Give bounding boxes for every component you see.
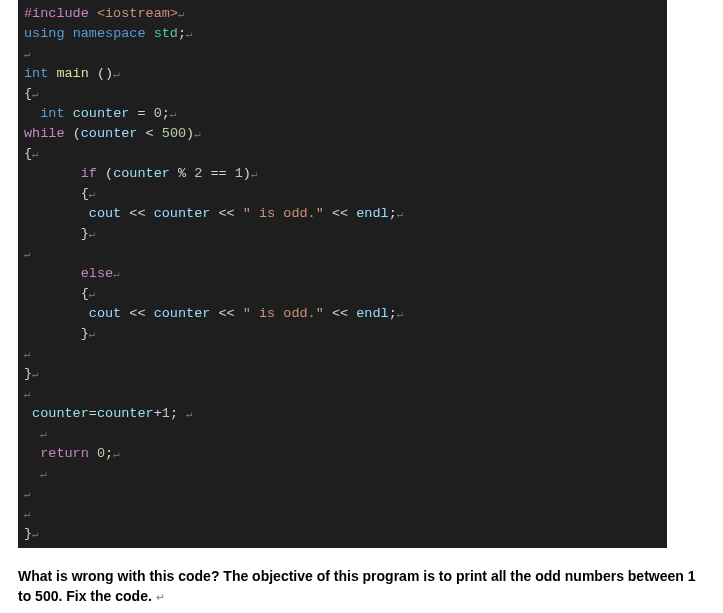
code-line: counter=counter+1; ↵ bbox=[24, 404, 661, 424]
code-token bbox=[65, 26, 73, 41]
code-token: << bbox=[218, 206, 234, 221]
code-token bbox=[154, 126, 162, 141]
code-token bbox=[24, 326, 81, 341]
code-token: counter bbox=[32, 406, 89, 421]
code-token: } bbox=[81, 226, 89, 241]
code-token: } bbox=[24, 366, 32, 381]
code-token: std bbox=[154, 26, 178, 41]
code-token: ; bbox=[105, 446, 113, 461]
code-token: 500 bbox=[162, 126, 186, 141]
code-token bbox=[24, 266, 81, 281]
code-line: }↵ bbox=[24, 224, 661, 244]
code-token: ↵ bbox=[89, 328, 96, 340]
code-line: {↵ bbox=[24, 184, 661, 204]
code-token bbox=[235, 306, 243, 321]
code-token bbox=[348, 306, 356, 321]
code-token: " is odd." bbox=[243, 306, 324, 321]
code-token: () bbox=[97, 66, 113, 81]
code-token: ; bbox=[170, 406, 186, 421]
code-line: }↵ bbox=[24, 524, 661, 544]
code-line: return 0;↵ bbox=[24, 444, 661, 464]
code-token: << bbox=[218, 306, 234, 321]
question-text: What is wrong with this code? The object… bbox=[18, 568, 696, 604]
code-token: ; bbox=[389, 206, 397, 221]
code-token: { bbox=[81, 186, 89, 201]
code-token: + bbox=[154, 406, 162, 421]
code-token: ↵ bbox=[24, 488, 31, 500]
code-token: #include bbox=[24, 6, 89, 21]
code-line: }↵ bbox=[24, 324, 661, 344]
code-token: 0 bbox=[154, 106, 162, 121]
code-token: { bbox=[81, 286, 89, 301]
code-line: cout << counter << " is odd." << endl;↵ bbox=[24, 304, 661, 324]
code-token bbox=[24, 426, 40, 441]
code-token: ) bbox=[186, 126, 194, 141]
code-token: counter bbox=[154, 206, 211, 221]
code-line: {↵ bbox=[24, 84, 661, 104]
code-line: ↵ bbox=[24, 244, 661, 264]
code-line: ↵ bbox=[24, 464, 661, 484]
code-token bbox=[170, 166, 178, 181]
code-line: {↵ bbox=[24, 144, 661, 164]
code-token bbox=[146, 26, 154, 41]
code-token: ↵ bbox=[24, 508, 31, 520]
code-token bbox=[186, 166, 194, 181]
code-token: ↵ bbox=[24, 348, 31, 360]
code-line: ↵ bbox=[24, 484, 661, 504]
code-token: 1 bbox=[235, 166, 243, 181]
code-line: int counter = 0;↵ bbox=[24, 104, 661, 124]
code-token bbox=[24, 466, 40, 481]
code-token: counter bbox=[113, 166, 170, 181]
code-token bbox=[24, 446, 40, 461]
code-token: = bbox=[137, 106, 145, 121]
code-token: ↵ bbox=[113, 448, 120, 460]
code-token: while bbox=[24, 126, 65, 141]
code-token: } bbox=[81, 326, 89, 341]
code-token bbox=[24, 166, 81, 181]
code-line: cout << counter << " is odd." << endl;↵ bbox=[24, 204, 661, 224]
code-token: int bbox=[24, 66, 48, 81]
code-token: ↵ bbox=[32, 88, 39, 100]
code-token: % bbox=[178, 166, 186, 181]
code-line: #include <iostream>↵ bbox=[24, 4, 661, 24]
code-token: int bbox=[40, 106, 64, 121]
code-token bbox=[146, 106, 154, 121]
code-token: counter bbox=[97, 406, 154, 421]
code-token: << bbox=[129, 206, 145, 221]
code-token: main bbox=[56, 66, 88, 81]
code-token: ↵ bbox=[170, 108, 177, 120]
code-token: ↵ bbox=[113, 268, 120, 280]
code-token: ↵ bbox=[24, 248, 31, 260]
code-line: else↵ bbox=[24, 264, 661, 284]
code-line: int main ()↵ bbox=[24, 64, 661, 84]
code-token: { bbox=[24, 146, 32, 161]
code-token: cout bbox=[89, 206, 121, 221]
code-token bbox=[324, 206, 332, 221]
code-token bbox=[24, 306, 89, 321]
code-token: ↵ bbox=[40, 428, 47, 440]
code-token bbox=[24, 406, 32, 421]
code-token: ↵ bbox=[32, 528, 39, 540]
code-line: }↵ bbox=[24, 364, 661, 384]
code-token bbox=[97, 166, 105, 181]
code-line: if (counter % 2 == 1)↵ bbox=[24, 164, 661, 184]
code-token: ↵ bbox=[397, 208, 404, 220]
code-token: ; bbox=[162, 106, 170, 121]
question-block: What is wrong with this code? The object… bbox=[18, 566, 705, 607]
code-token: using bbox=[24, 26, 65, 41]
code-block: #include <iostream>↵using namespace std;… bbox=[18, 0, 667, 548]
code-token bbox=[348, 206, 356, 221]
code-token bbox=[24, 186, 81, 201]
code-token bbox=[89, 66, 97, 81]
code-token: == bbox=[210, 166, 226, 181]
code-token: cout bbox=[89, 306, 121, 321]
eol-arrow: ↵ bbox=[156, 591, 165, 603]
code-token: ↵ bbox=[32, 368, 39, 380]
code-line: ↵ bbox=[24, 424, 661, 444]
code-token: ↵ bbox=[89, 228, 96, 240]
code-token: ( bbox=[73, 126, 81, 141]
code-line: ↵ bbox=[24, 344, 661, 364]
code-token bbox=[65, 106, 73, 121]
code-token: ; bbox=[389, 306, 397, 321]
code-token: ↵ bbox=[89, 188, 96, 200]
